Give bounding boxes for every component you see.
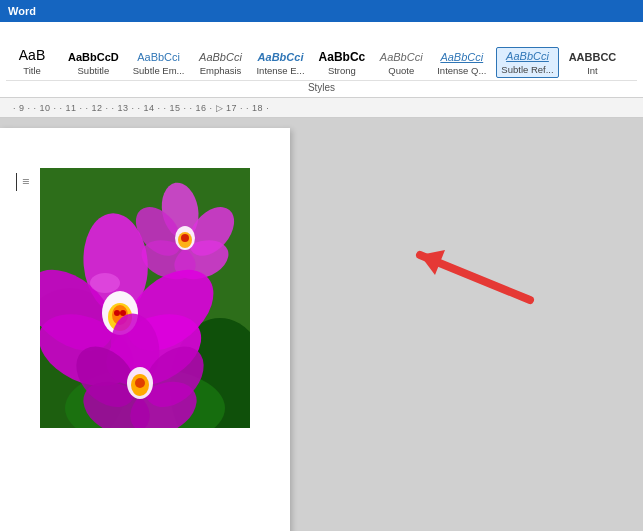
style-quote-label: Quote <box>388 65 414 76</box>
style-subtle-ref[interactable]: AaBbCci Subtle Ref... <box>496 47 558 78</box>
style-aabbcc-label: Int <box>587 65 598 76</box>
style-aabbcc[interactable]: AABBCC Int <box>565 49 621 78</box>
style-quote[interactable]: AaBbCci Quote <box>375 49 427 78</box>
style-intense-e-preview: AaBbCci <box>258 51 304 64</box>
title-bar-text: Word <box>8 5 36 17</box>
style-strong-preview: AaBbCc <box>319 50 366 64</box>
style-emphasis-preview: AaBbCci <box>199 51 242 64</box>
style-strong-label: Strong <box>328 65 356 76</box>
svg-point-11 <box>181 234 189 242</box>
style-subtitle-label: Subtitle <box>78 65 110 76</box>
document-page: ≡ <box>0 128 290 531</box>
styles-row: AaB Title AaBbCcD Subtitle AaBbCci Subtl… <box>6 26 637 78</box>
style-extra[interactable]: A <box>626 56 637 78</box>
svg-point-20 <box>114 310 120 316</box>
styles-ribbon: AaB Title AaBbCcD Subtitle AaBbCci Subtl… <box>0 22 643 98</box>
orchid-svg <box>40 168 250 428</box>
style-intense-q-preview: AaBbCci <box>440 51 483 64</box>
style-normal[interactable]: AaB Title <box>6 45 58 78</box>
style-intense-q-label: Intense Q... <box>437 65 486 76</box>
svg-point-29 <box>135 378 145 388</box>
style-subtle-em[interactable]: AaBbCci Subtle Em... <box>129 49 189 78</box>
style-normal-label: Title <box>23 65 41 76</box>
style-subtitle[interactable]: AaBbCcD Subtitle <box>64 49 123 78</box>
text-cursor: ≡ <box>16 173 29 191</box>
style-intense-e[interactable]: AaBbCci Intense E... <box>252 49 308 78</box>
ruler-content: · 9 · · 10 · · 11 · · 12 · · 13 · · 14 ·… <box>0 103 643 113</box>
style-intense-e-label: Intense E... <box>256 65 304 76</box>
right-panel <box>290 118 643 531</box>
style-aabbcc-preview: AABBCC <box>569 51 617 64</box>
style-normal-preview: AaB <box>19 47 45 64</box>
orchid-image <box>40 168 250 428</box>
title-bar: Word <box>0 0 643 22</box>
style-emphasis[interactable]: AaBbCci Emphasis <box>194 49 246 78</box>
style-subtle-em-preview: AaBbCci <box>137 51 180 64</box>
style-subtitle-preview: AaBbCcD <box>68 51 119 64</box>
style-subtle-ref-label: Subtle Ref... <box>501 64 553 75</box>
style-intense-q[interactable]: AaBbCci Intense Q... <box>433 49 490 78</box>
style-emphasis-label: Emphasis <box>200 65 242 76</box>
style-strong[interactable]: AaBbCc Strong <box>315 48 370 78</box>
svg-point-30 <box>90 273 120 293</box>
page-content: ≡ <box>0 128 290 438</box>
svg-point-21 <box>120 310 126 316</box>
style-subtle-ref-preview: AaBbCci <box>506 50 549 63</box>
ruler: · 9 · · 10 · · 11 · · 12 · · 13 · · 14 ·… <box>0 98 643 118</box>
style-subtle-em-label: Subtle Em... <box>133 65 185 76</box>
styles-heading: Styles <box>6 80 637 95</box>
style-quote-preview: AaBbCci <box>380 51 423 64</box>
document-area: ≡ <box>0 118 643 531</box>
